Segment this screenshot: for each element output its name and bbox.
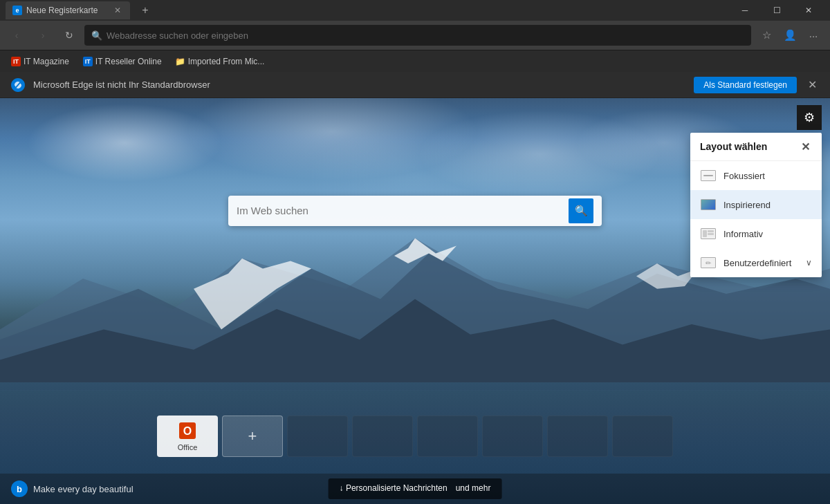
info-message: Microsoft Edge ist nicht Ihr Standardbro…	[33, 80, 687, 90]
info-bar-close-button[interactable]: ✕	[804, 77, 820, 93]
layout-panel-close-button[interactable]: ✕	[798, 140, 812, 153]
search-box-container: 🔍	[228, 196, 602, 226]
svg-text:b: b	[17, 484, 22, 494]
layout-panel: Layout wählen ✕ Fokussiert Inspirierend	[690, 133, 822, 277]
tab-close-button[interactable]: ✕	[112, 5, 123, 16]
bookmark-imported[interactable]: 📁 Imported From Mic...	[170, 55, 270, 68]
bottom-tagline: Make every day beautiful	[33, 484, 133, 494]
quick-link-empty-3[interactable]	[417, 416, 478, 457]
layout-focused-label: Fokussiert	[723, 171, 765, 181]
quick-link-office[interactable]: O Office	[157, 416, 218, 457]
search-url-icon: 🔍	[91, 30, 102, 41]
office-icon: O	[178, 421, 197, 440]
bookmark-favicon-1: IT	[11, 57, 21, 66]
new-tab-button[interactable]: +	[136, 1, 155, 20]
title-bar: e Neue Registerkarte ✕ + ─ ☐ ✕	[0, 0, 830, 21]
tab-favicon: e	[12, 6, 22, 15]
quick-link-empty-5[interactable]	[547, 416, 608, 457]
main-content: ⚙ Layout wählen ✕ Fokussiert Inspirieren…	[0, 98, 830, 504]
news-btn-line1: ↓ Personalisierte Nachrichten	[340, 483, 448, 494]
refresh-button[interactable]: ↻	[58, 24, 80, 46]
back-button[interactable]: ‹	[6, 24, 28, 46]
layout-option-inspiring[interactable]: Inspirierend	[690, 190, 822, 219]
settings-more-button[interactable]: ···	[802, 24, 824, 46]
settings-gear-button[interactable]: ⚙	[797, 105, 822, 130]
layout-panel-header: Layout wählen ✕	[690, 133, 822, 161]
window-controls: ─ ☐ ✕	[729, 0, 824, 21]
layout-option-informative[interactable]: Informativ	[690, 219, 822, 248]
bookmark-it-reseller[interactable]: IT IT Reseller Online	[77, 55, 167, 68]
maximize-button[interactable]: ☐	[761, 0, 793, 21]
layout-custom-icon: ✏	[700, 254, 717, 271]
forward-button[interactable]: ›	[32, 24, 54, 46]
news-button[interactable]: ↓ Personalisierte Nachrichten und mehr	[329, 478, 502, 499]
edge-logo-icon	[10, 77, 26, 93]
quick-link-add[interactable]: +	[222, 416, 283, 457]
svg-text:O: O	[183, 425, 192, 437]
favorites-button[interactable]: ☆	[755, 24, 777, 46]
layout-inspiring-label: Inspirierend	[723, 200, 771, 210]
office-label: Office	[178, 443, 198, 451]
quick-link-empty-4[interactable]	[482, 416, 543, 457]
search-box: 🔍	[228, 196, 602, 226]
address-actions: ☆ 👤 ···	[755, 24, 824, 46]
bookmark-favicon-3: 📁	[176, 57, 185, 66]
active-tab[interactable]: e Neue Registerkarte ✕	[6, 1, 130, 19]
layout-chevron-icon: ∨	[806, 258, 812, 268]
bookmark-label-1: IT Magazine	[24, 57, 69, 66]
bookmark-favicon-2: IT	[83, 57, 93, 66]
layout-informative-label: Informativ	[723, 229, 763, 239]
layout-informative-icon	[700, 225, 717, 242]
set-default-button[interactable]: Als Standard festlegen	[694, 77, 797, 93]
layout-focused-icon	[700, 167, 717, 184]
add-icon: +	[248, 427, 257, 445]
quick-link-empty-1[interactable]	[287, 416, 348, 457]
layout-option-focused[interactable]: Fokussiert	[690, 161, 822, 190]
search-input[interactable]	[237, 205, 569, 216]
layout-option-custom[interactable]: ✏ Benutzerdefiniert ∨	[690, 248, 822, 277]
address-bar: ‹ › ↻ 🔍 ☆ 👤 ···	[0, 21, 830, 50]
bottom-bar: b Make every day beautiful ↓ Personalisi…	[0, 474, 830, 504]
quick-links-bar: O Office +	[157, 416, 673, 457]
url-bar[interactable]: 🔍	[84, 25, 751, 46]
bookmarks-bar: IT IT Magazine IT IT Reseller Online 📁 I…	[0, 50, 830, 72]
bookmark-label-3: Imported From Mic...	[188, 57, 265, 66]
bing-logo-icon: b	[11, 480, 28, 497]
quick-link-empty-6[interactable]	[612, 416, 673, 457]
minimize-button[interactable]: ─	[729, 0, 761, 21]
quick-link-empty-2[interactable]	[352, 416, 413, 457]
profile-button[interactable]: 👤	[779, 24, 801, 46]
layout-panel-title: Layout wählen	[700, 141, 767, 152]
info-bar: Microsoft Edge ist nicht Ihr Standardbro…	[0, 72, 830, 98]
tab-label: Neue Registerkarte	[26, 6, 98, 15]
bookmark-label-2: IT Reseller Online	[95, 57, 162, 66]
layout-custom-label: Benutzerdefiniert	[723, 258, 791, 268]
news-btn-line2: und mehr	[456, 483, 491, 494]
search-submit-button[interactable]: 🔍	[569, 198, 593, 223]
close-button[interactable]: ✕	[793, 0, 824, 21]
layout-inspiring-icon	[700, 196, 717, 213]
bookmark-it-magazine[interactable]: IT IT Magazine	[6, 55, 75, 68]
url-input[interactable]	[107, 30, 744, 41]
